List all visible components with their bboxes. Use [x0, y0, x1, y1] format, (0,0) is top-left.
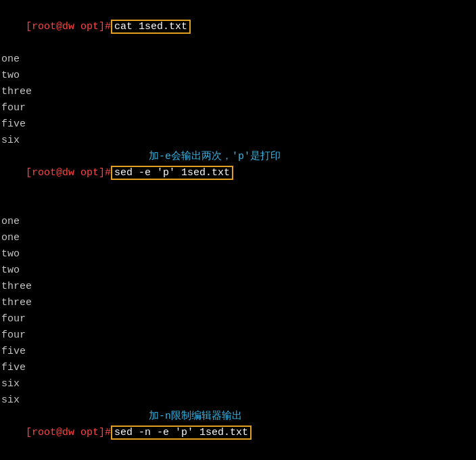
cmd-box-1: cat 1sed.txt [111, 20, 191, 34]
annotation-3: 加-n限制编辑器输出 [149, 409, 242, 425]
output2-line1: one [0, 214, 476, 230]
command-line-1: [root@dw opt]#cat 1sed.txt [0, 3, 476, 51]
output2-line3: two [0, 246, 476, 262]
output2-line4: two [0, 262, 476, 279]
prompt-3: [root@dw opt]# [26, 427, 111, 438]
output1-line6: six [0, 133, 476, 149]
prompt-1: [root@dw opt]# [26, 21, 111, 32]
cmd-box-2: sed -e 'p' 1sed.txt [111, 166, 233, 180]
output2-line8: four [0, 327, 476, 344]
annotation-2: 加-e会输出两次，'p'是打印 [149, 149, 281, 165]
output2-line11: six [0, 376, 476, 392]
command-line-2: [root@dw opt]#sed -e 'p' 1sed.txt 加-e会输出… [0, 149, 476, 214]
output1-line1: one [0, 51, 476, 68]
output1-line2: two [0, 68, 476, 84]
output1-line4: four [0, 100, 476, 116]
output2-line2: one [0, 230, 476, 246]
output2-line10: five [0, 360, 476, 376]
output2-line9: five [0, 344, 476, 360]
output1-line3: three [0, 84, 476, 100]
output2-line5: three [0, 279, 476, 295]
output1-line5: five [0, 116, 476, 133]
prompt-2: [root@dw opt]# [26, 167, 111, 179]
output2-line12: six [0, 392, 476, 409]
output2-line6: three [0, 295, 476, 311]
cmd-box-3: sed -n -e 'p' 1sed.txt [111, 426, 252, 440]
output2-line7: four [0, 311, 476, 327]
command-line-3: [root@dw opt]#sed -n -e 'p' 1sed.txt 加-n… [0, 409, 476, 460]
